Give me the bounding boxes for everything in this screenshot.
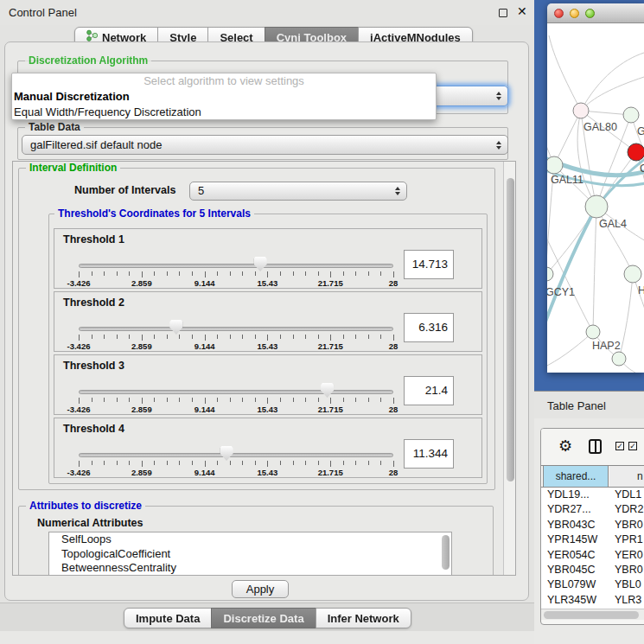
network-node-g[interactable] — [623, 107, 639, 123]
tick-mark — [242, 271, 243, 276]
tab-discretize-data[interactable]: Discretize Data — [211, 608, 316, 628]
network-node-c[interactable] — [628, 143, 644, 161]
network-window-titlebar[interactable] — [547, 3, 644, 23]
horizontal-scrollbar[interactable] — [541, 609, 644, 620]
table-row[interactable]: YLR345WYLR3 — [541, 593, 644, 608]
slider-thumb[interactable] — [321, 383, 334, 398]
table-row[interactable]: YDR27...YDR2 — [541, 502, 644, 517]
tick-mark — [267, 461, 268, 467]
bottom-tab-bar: Impute DataDiscretize DataInfer Network — [124, 608, 411, 628]
table-row[interactable]: YBR043CYBR0 — [541, 518, 644, 532]
network-node-gal11[interactable] — [547, 156, 563, 174]
tick-mark — [318, 271, 319, 276]
network-edge[interactable] — [549, 35, 581, 111]
slider-track[interactable] — [79, 264, 393, 268]
num-intervals-combobox[interactable]: 5 — [189, 182, 407, 201]
checkbox-icon[interactable]: ✓ — [615, 442, 624, 450]
slider-thumb[interactable] — [254, 257, 267, 271]
close-icon[interactable]: ✕ — [517, 4, 527, 18]
table-row[interactable]: YER054CYER0 — [541, 548, 644, 563]
column-layout-icon[interactable] — [589, 439, 602, 454]
threshold-value-field[interactable]: 11.344 — [404, 439, 454, 469]
node-label: C — [640, 163, 644, 175]
attribute-list-item[interactable]: BetweennessCentrality — [49, 561, 451, 576]
tick-mark — [179, 271, 180, 276]
slider-thumb[interactable] — [169, 320, 182, 335]
tick-mark — [79, 335, 80, 341]
column-header-name[interactable]: n — [609, 466, 644, 487]
attribute-list-item[interactable]: SelfLoops — [49, 532, 451, 547]
tick-mark — [117, 271, 118, 276]
network-edge[interactable] — [619, 274, 633, 359]
network-edge[interactable] — [581, 77, 644, 111]
tick-mark — [305, 461, 306, 465]
tick-label: 28 — [389, 278, 399, 288]
cell-shared-name: YBR045C — [547, 564, 596, 576]
tick-label: 15.43 — [258, 468, 278, 477]
network-node-gal4[interactable] — [585, 195, 608, 218]
table-rows: YDL19...YDL1YDR27...YDR2YBR043CYBR0YPR14… — [541, 488, 644, 609]
slider-track[interactable] — [79, 327, 393, 331]
table-data-combobox[interactable]: galFiltered.sif default node — [22, 135, 508, 155]
network-node-gal80[interactable] — [573, 103, 589, 118]
network-edge-highlighted[interactable] — [547, 207, 596, 331]
tick-label: 2.859 — [131, 278, 152, 288]
tab-impute-data[interactable]: Impute Data — [124, 608, 212, 628]
node-label: H — [638, 284, 644, 296]
slider-track[interactable] — [79, 453, 393, 457]
tick-mark — [129, 398, 130, 402]
checkbox-icon[interactable]: ✓ — [628, 442, 637, 450]
network-edge[interactable] — [547, 229, 593, 332]
tick-mark — [167, 271, 168, 276]
network-node-gcy1[interactable] — [547, 267, 553, 281]
column-header-shared-name[interactable]: shared... — [543, 466, 609, 487]
slider-thumb[interactable] — [220, 446, 233, 461]
network-node-hap2[interactable] — [586, 325, 600, 339]
tick-mark — [79, 271, 80, 277]
dropdown-item[interactable]: Manual Discretization — [12, 89, 436, 105]
scrollbar-thumb[interactable] — [544, 611, 639, 619]
tick-mark — [129, 335, 130, 339]
numerical-attributes-list[interactable]: SelfLoopsTopologicalCoefficientBetweenne… — [48, 532, 452, 576]
table-row[interactable]: YPR145WYPR1 — [541, 532, 644, 547]
table-panel-body: ⚙ ✓ ✓ shared... n YDL19...YDL1YDR27...YD… — [534, 418, 644, 644]
tick-mark — [280, 335, 281, 339]
network-edge[interactable] — [547, 332, 593, 367]
table-data-value: galFiltered.sif default node — [30, 138, 162, 151]
tick-mark — [368, 461, 369, 465]
attribute-list-item[interactable]: TopologicalCoefficient — [49, 547, 451, 562]
minimize-traffic-light-icon[interactable] — [570, 9, 579, 18]
table-row[interactable]: YBR045CYBR0 — [541, 563, 644, 577]
close-traffic-light-icon[interactable] — [554, 9, 564, 18]
dropdown-item[interactable]: Equal Width/Frequency Discretization — [12, 105, 436, 120]
tick-mark — [154, 398, 155, 402]
bottom-strip2 — [0, 631, 534, 644]
gear-icon[interactable]: ⚙ — [558, 437, 572, 456]
network-canvas[interactable]: GAL80GCGAL11GAL4GCY1HHAP2 — [547, 23, 644, 373]
network-edge[interactable] — [593, 207, 596, 332]
threshold-value-field[interactable]: 21.4 — [404, 376, 454, 405]
network-node-h[interactable] — [624, 265, 641, 283]
num-intervals-value: 5 — [198, 184, 204, 197]
tick-mark — [393, 335, 394, 341]
table-panel-inner: ⚙ ✓ ✓ shared... n YDL19...YDL1YDR27...YD… — [540, 428, 644, 625]
panel-scrollbar[interactable] — [503, 162, 516, 575]
threshold-value-field[interactable]: 14.713 — [404, 250, 454, 279]
network-view-window[interactable]: GAL80GCGAL11GAL4GCY1HHAP2 — [547, 3, 644, 373]
threshold-value-field[interactable]: 6.316 — [404, 313, 454, 342]
zoom-traffic-light-icon[interactable] — [585, 9, 595, 18]
table-row[interactable]: YDL19...YDL1 — [541, 488, 644, 502]
float-window-icon[interactable] — [499, 9, 507, 17]
table-row[interactable]: YBL079WYBL0 — [541, 577, 644, 592]
list-scrollbar[interactable] — [442, 535, 450, 570]
tick-mark — [192, 398, 193, 402]
network-node[interactable] — [612, 352, 626, 366]
tab-infer-network[interactable]: Infer Network — [316, 608, 411, 628]
slider-track[interactable] — [79, 390, 393, 394]
apply-button[interactable]: Apply — [232, 580, 289, 598]
right-column: GAL80GCGAL11GAL4GCY1HHAP2 Table Panel ⚙ … — [534, 0, 644, 644]
network-edge[interactable] — [554, 111, 581, 165]
cell-shared-name: YPR145W — [547, 533, 597, 545]
tick-label: 9.144 — [194, 341, 215, 351]
scrollbar-thumb[interactable] — [507, 178, 514, 481]
